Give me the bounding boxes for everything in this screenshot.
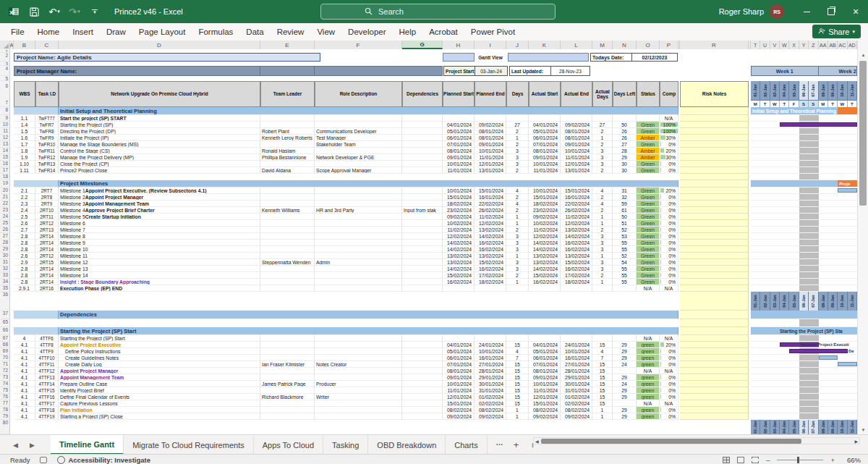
cell-actual-end[interactable]: 29/01/2024 <box>561 374 592 381</box>
cell-planned-start[interactable]: 09/02/2024 <box>443 413 475 420</box>
cell-wbs[interactable]: 4.1 <box>14 413 35 420</box>
cell-days[interactable]: 4 <box>506 348 529 355</box>
cell-task-name[interactable]: Initiate the Project (IP) <box>59 135 260 141</box>
cell-status[interactable]: N/A <box>637 368 660 374</box>
week1-header[interactable]: Week 1 <box>751 66 819 76</box>
risk-notes-cell[interactable] <box>680 180 749 187</box>
cell-status[interactable]: Green <box>637 167 660 174</box>
header-wbs[interactable]: WBS <box>14 81 35 107</box>
cell-days[interactable]: 1 <box>506 135 529 141</box>
cell-task-id[interactable]: 2RT14 <box>35 233 59 240</box>
risk-notes-cell[interactable] <box>680 381 749 387</box>
cell-days[interactable]: 1 <box>506 214 529 220</box>
cell-role[interactable] <box>315 194 402 201</box>
todays-date-value[interactable]: 02/12/2023 <box>632 53 678 62</box>
cell-days[interactable]: 15 <box>506 394 529 400</box>
cell-wbs[interactable]: 4.1 <box>14 355 35 361</box>
cell-comp[interactable]: 0% <box>660 207 678 214</box>
cell-comp[interactable]: 0% <box>660 374 678 381</box>
gantt-chart-cell[interactable]: Starting the Project (SP) Sta <box>751 327 857 335</box>
row-number-37[interactable]: 37 <box>0 311 10 319</box>
cell-task-id[interactable]: 2RT8 <box>35 194 59 201</box>
gantt-chart-cell[interactable]: Proje <box>751 180 857 187</box>
cell-task-name[interactable]: Create Guidelines Notes <box>59 355 260 361</box>
cell-comp[interactable]: N/A <box>660 368 678 374</box>
column-letter-K[interactable]: K <box>529 41 561 49</box>
cell-planned-start[interactable] <box>443 335 475 342</box>
row-number-16[interactable]: 16 <box>0 161 10 167</box>
cell-actual-days[interactable]: 2 <box>592 167 613 174</box>
row-number-11[interactable]: 11 <box>0 128 10 135</box>
row-number-78[interactable]: 78 <box>0 407 10 413</box>
row-number-66[interactable]: 66 <box>0 327 10 335</box>
row-number-76[interactable]: 76 <box>0 394 10 400</box>
cell-days[interactable]: 1 <box>506 407 529 413</box>
menu-tab-home[interactable]: Home <box>31 28 67 36</box>
gantt-chart-cell[interactable] <box>751 240 857 246</box>
column-letter-P[interactable]: P <box>660 41 678 49</box>
cell-task-name[interactable]: Manage the Project Delivery (MP) <box>59 154 260 161</box>
cell-days-left[interactable]: 31 <box>613 187 637 194</box>
cell-days-left[interactable]: 53 <box>613 233 637 240</box>
cell-role[interactable] <box>315 253 402 259</box>
gantt-day-01-Jan[interactable]: 01-Jan <box>751 81 760 100</box>
row-number-19[interactable]: 19 <box>0 180 10 187</box>
cell-team-leader[interactable] <box>260 407 315 413</box>
cell-dependencies[interactable] <box>402 400 443 407</box>
gantt-day-08-Jan[interactable]: 08-Jan <box>819 420 828 434</box>
cell-task-id[interactable]: 2RT14 <box>35 279 59 285</box>
gantt-chart-cell[interactable] <box>751 285 857 292</box>
cell-planned-end[interactable]: 24/01/2024 <box>475 342 506 348</box>
cell-days-left[interactable] <box>613 285 637 292</box>
cell-days-left[interactable]: 30 <box>613 161 637 167</box>
gantt-day-11-Jan[interactable]: 11-Jan <box>848 420 857 434</box>
cell-days[interactable]: 3 <box>506 259 529 266</box>
cell-actual-end[interactable] <box>561 115 592 122</box>
cell-days[interactable]: 15 <box>506 368 529 374</box>
row-number-14[interactable]: 14 <box>0 148 10 154</box>
row-number-20[interactable]: 20 <box>0 187 10 194</box>
cell-role[interactable]: Producer <box>315 381 402 387</box>
risk-notes-cell[interactable] <box>680 122 749 128</box>
cell-days-left[interactable]: 27 <box>613 141 637 148</box>
cell-task-id[interactable]: TwFR13 <box>35 161 59 167</box>
cell-team-leader[interactable] <box>260 227 315 233</box>
cell-team-leader[interactable] <box>260 246 315 253</box>
cell-task-name[interactable]: Directing the Project (DP) <box>59 128 260 135</box>
cell-comp[interactable]: 30% <box>660 135 678 141</box>
cell-task-name[interactable]: Prince2 Project Close <box>59 167 260 174</box>
cell-role[interactable] <box>315 413 402 420</box>
cell-status[interactable]: green <box>637 374 660 381</box>
cell-team-leader[interactable] <box>260 266 315 272</box>
cell-status[interactable]: Green <box>637 128 660 135</box>
cell-actual-days[interactable]: 2 <box>592 272 613 279</box>
cell-task-id[interactable]: 4TTF17 <box>35 400 59 407</box>
last-updated-value[interactable]: 28-Nov-23 <box>551 66 590 76</box>
column-letter-B[interactable]: B <box>14 41 35 49</box>
cell-days-left[interactable]: 26 <box>613 135 637 141</box>
cell-days[interactable]: 15 <box>506 342 529 348</box>
risk-notes-cell[interactable] <box>680 327 749 335</box>
cell-team-leader[interactable] <box>260 214 315 220</box>
gantt-chart-cell[interactable] <box>751 154 857 161</box>
cell-comp[interactable]: 0% <box>660 413 678 420</box>
cell-days-left[interactable] <box>613 368 637 374</box>
cell-actual-end[interactable]: 16/02/2024 <box>561 266 592 272</box>
risk-notes-cell[interactable] <box>680 319 749 327</box>
cell-task-id[interactable]: 2RT14 <box>35 240 59 246</box>
cell-task-id[interactable]: 2RT16 <box>35 285 59 292</box>
zoom-slider-thumb[interactable] <box>797 457 799 463</box>
cell-team-leader[interactable] <box>260 342 315 348</box>
cell-wbs[interactable]: 1.7 <box>14 141 35 148</box>
cell-role[interactable]: Network Developer & PGE <box>315 154 402 161</box>
column-letter-L[interactable]: L <box>561 41 592 49</box>
cell-wbs[interactable]: 4.1 <box>14 374 35 381</box>
zoom-out-icon[interactable]: – <box>766 456 770 464</box>
cell-role[interactable]: Notes Creator <box>315 361 402 368</box>
menu-tab-power-pivot[interactable]: Power Pivot <box>464 28 522 36</box>
cell-task-id[interactable]: 4TTF16 <box>35 394 59 400</box>
cell-actual-days[interactable]: 1 <box>592 220 613 227</box>
cell-task-id[interactable]: 4TTF10 <box>35 355 59 361</box>
sheet-tab-obd-breakdown[interactable]: OBD Breakdown <box>368 435 446 455</box>
gantt-day-10-Jan[interactable]: 10-Jan <box>838 420 847 434</box>
